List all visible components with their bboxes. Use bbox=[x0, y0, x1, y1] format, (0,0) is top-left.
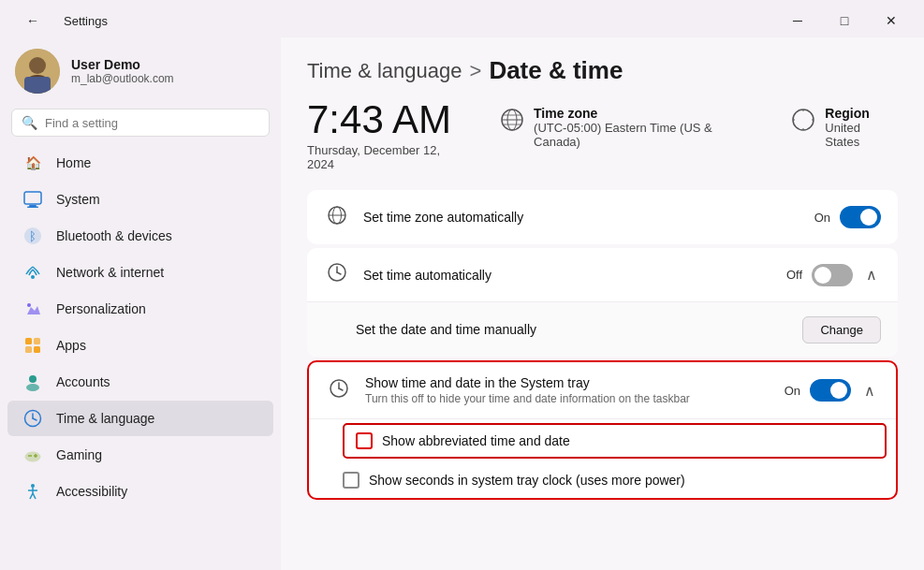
sidebar-item-bluetooth[interactable]: ᛒ Bluetooth & devices bbox=[7, 218, 273, 254]
sidebar-item-accessibility[interactable]: Accessibility bbox=[7, 474, 273, 509]
timezone-auto-toggle-label: On bbox=[814, 211, 830, 225]
sidebar-item-accounts[interactable]: Accounts bbox=[7, 364, 273, 400]
timezone-value: (UTC-05:00) Eastern Time (US & Canada) bbox=[534, 121, 761, 149]
current-date: Thursday, December 12, 2024 bbox=[307, 143, 470, 171]
region-icon bbox=[791, 108, 815, 138]
sidebar-item-home[interactable]: 🏠 Home bbox=[7, 145, 273, 181]
timezone-block: Time zone (UTC-05:00) Eastern Time (US &… bbox=[500, 106, 761, 149]
time-auto-label: Set time automatically bbox=[363, 268, 773, 283]
time-auto-toggle[interactable] bbox=[812, 264, 853, 286]
svg-point-10 bbox=[27, 303, 31, 307]
svg-point-25 bbox=[31, 484, 35, 488]
current-time: 7:43 AM bbox=[307, 100, 470, 139]
svg-point-9 bbox=[31, 275, 35, 279]
sidebar-item-label: Accounts bbox=[56, 374, 258, 389]
window-controls: ─ □ ✕ bbox=[776, 6, 913, 36]
sidebar-item-personalization[interactable]: Personalization bbox=[7, 291, 273, 327]
system-tray-row: Show time and date in the System tray Tu… bbox=[309, 362, 896, 419]
sidebar-item-apps[interactable]: Apps bbox=[7, 328, 273, 363]
system-tray-chevron[interactable]: ∧ bbox=[860, 378, 879, 403]
sidebar-item-network[interactable]: Network & internet bbox=[7, 255, 273, 290]
time-icon bbox=[22, 408, 43, 429]
svg-rect-12 bbox=[34, 338, 40, 344]
maximize-button[interactable]: □ bbox=[823, 6, 866, 36]
sidebar: User Demo m_lab@outlook.com 🔍 🏠 Home Sys… bbox=[0, 37, 281, 570]
timezone-icon bbox=[500, 108, 524, 138]
search-box[interactable]: 🔍 bbox=[11, 109, 270, 137]
system-tray-text: Show time and date in the System tray Tu… bbox=[365, 375, 771, 405]
sidebar-item-label: Network & internet bbox=[56, 265, 258, 280]
abbreviated-checkbox[interactable] bbox=[356, 432, 373, 449]
svg-point-35 bbox=[793, 110, 814, 130]
time-auto-icon bbox=[324, 262, 350, 287]
timezone-auto-text: Set time zone automatically bbox=[363, 210, 801, 225]
show-seconds-checkbox-label: Show seconds in system tray clock (uses … bbox=[369, 473, 685, 488]
svg-point-1 bbox=[29, 57, 46, 74]
timezone-auto-card: Set time zone automatically On bbox=[307, 190, 898, 244]
sidebar-item-label: Home bbox=[56, 155, 258, 170]
time-auto-text: Set time automatically bbox=[363, 268, 773, 283]
bluetooth-icon: ᛒ bbox=[22, 226, 43, 246]
back-button[interactable]: ← bbox=[11, 6, 54, 36]
svg-rect-13 bbox=[25, 346, 32, 353]
home-icon: 🏠 bbox=[22, 153, 43, 173]
time-auto-toggle-label: Off bbox=[786, 268, 802, 282]
svg-point-22 bbox=[30, 455, 32, 457]
timezone-auto-controls: On bbox=[814, 206, 881, 228]
sidebar-item-time[interactable]: Time & language bbox=[7, 401, 273, 436]
apps-icon bbox=[22, 335, 43, 356]
svg-line-29 bbox=[33, 493, 36, 499]
title-bar: ← Settings ─ □ ✕ bbox=[0, 0, 924, 37]
sidebar-item-system[interactable]: System bbox=[7, 182, 273, 217]
change-button[interactable]: Change bbox=[802, 316, 881, 343]
abbreviated-checkbox-label: Show abbreviated time and date bbox=[382, 433, 570, 448]
current-time-block: 7:43 AM Thursday, December 12, 2024 bbox=[307, 100, 470, 171]
user-info: User Demo m_lab@outlook.com bbox=[71, 57, 174, 85]
sidebar-item-label: Accessibility bbox=[56, 484, 258, 499]
timezone-auto-row: Set time zone automatically On bbox=[307, 190, 898, 244]
close-button[interactable]: ✕ bbox=[870, 6, 913, 36]
gaming-icon bbox=[22, 445, 43, 465]
svg-point-16 bbox=[26, 384, 39, 391]
svg-rect-4 bbox=[24, 192, 41, 204]
sidebar-item-label: Gaming bbox=[56, 447, 258, 462]
timezone-info: Time zone (UTC-05:00) Eastern Time (US &… bbox=[534, 106, 761, 149]
datetime-header: 7:43 AM Thursday, December 12, 2024 Time… bbox=[307, 100, 898, 171]
svg-rect-6 bbox=[27, 207, 38, 209]
svg-line-28 bbox=[30, 493, 33, 499]
personalization-icon bbox=[22, 299, 43, 319]
breadcrumb: Time & language > Date & time bbox=[307, 56, 898, 85]
accounts-icon bbox=[22, 372, 43, 392]
search-input[interactable] bbox=[45, 116, 259, 130]
svg-rect-11 bbox=[25, 338, 32, 344]
svg-rect-3 bbox=[24, 77, 51, 94]
timezone-auto-icon bbox=[324, 205, 350, 230]
system-tray-controls: On ∧ bbox=[785, 378, 879, 403]
sidebar-item-label: Personalization bbox=[56, 301, 258, 316]
breadcrumb-current: Date & time bbox=[489, 56, 623, 85]
svg-line-44 bbox=[339, 388, 343, 390]
show-seconds-checkbox[interactable] bbox=[343, 472, 359, 489]
svg-point-20 bbox=[25, 452, 40, 461]
user-profile[interactable]: User Demo m_lab@outlook.com bbox=[0, 37, 281, 109]
timezone-label: Time zone bbox=[534, 106, 761, 121]
time-auto-row: Set time automatically Off ∧ bbox=[307, 248, 898, 302]
sidebar-item-label: Time & language bbox=[56, 411, 258, 426]
system-tray-toggle[interactable] bbox=[810, 379, 851, 402]
time-auto-chevron[interactable]: ∧ bbox=[862, 262, 881, 287]
minimize-button[interactable]: ─ bbox=[776, 6, 819, 36]
region-label: Region bbox=[825, 106, 898, 121]
search-icon: 🔍 bbox=[22, 115, 37, 130]
timezone-auto-toggle[interactable] bbox=[840, 206, 881, 228]
sidebar-item-gaming[interactable]: Gaming bbox=[7, 437, 273, 473]
svg-line-19 bbox=[33, 418, 37, 420]
system-tray-sublabel: Turn this off to hide your time and date… bbox=[365, 392, 771, 405]
time-auto-controls: Off ∧ bbox=[786, 262, 881, 287]
region-value: United States bbox=[825, 121, 898, 149]
breadcrumb-separator: > bbox=[470, 59, 482, 83]
title-bar-left: ← Settings bbox=[11, 6, 108, 36]
accessibility-icon bbox=[22, 481, 43, 502]
svg-point-21 bbox=[28, 455, 30, 457]
abbreviated-checkbox-row: Show abbreviated time and date bbox=[343, 423, 887, 459]
system-tray-label: Show time and date in the System tray bbox=[365, 375, 771, 390]
